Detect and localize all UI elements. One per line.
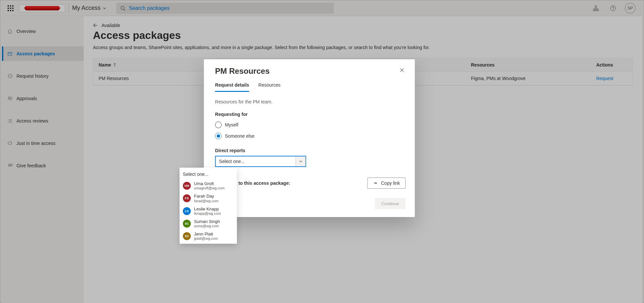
radio-someone-else[interactable]: Someone else <box>215 133 406 139</box>
link-icon <box>373 180 378 186</box>
person-avatar: UM <box>183 182 191 190</box>
dialog-description: Resources for the PM team. <box>215 99 406 104</box>
dialog-title: PM Resources <box>215 67 270 76</box>
radio-unchecked-icon <box>215 122 222 128</box>
dropdown-value: Select one... <box>219 159 245 164</box>
copy-link-label: Copy link <box>381 180 400 186</box>
tab-resources[interactable]: Resources <box>258 82 280 92</box>
person-avatar: E3 <box>183 232 191 240</box>
dropdown-option-placeholder[interactable]: Select one... <box>180 169 237 179</box>
close-button[interactable] <box>398 67 406 74</box>
requesting-for-label: Requesting for <box>215 112 406 117</box>
radio-label: Someone else <box>225 133 255 139</box>
continue-button[interactable]: Continue <box>375 198 405 209</box>
person-email: jplatt@wg.com <box>194 236 218 240</box>
person-email: sums@wg.com <box>194 224 220 228</box>
person-email: farad@wg.com <box>194 199 219 203</box>
person-avatar: SC <box>183 220 191 228</box>
person-avatar: FS <box>183 194 191 202</box>
person-email: umagroft@wg.com <box>194 186 224 190</box>
copy-link-button[interactable]: Copy link <box>367 178 406 189</box>
close-icon <box>400 68 404 72</box>
person-name: Leslie Knapp <box>194 207 221 211</box>
radio-label: Myself <box>225 122 238 127</box>
tab-request-details[interactable]: Request details <box>215 82 249 92</box>
dialog-tabs: Request details Resources <box>215 82 406 92</box>
dropdown-list: Select one... UM Uma Groft umagroft@wg.c… <box>180 168 237 244</box>
dropdown-option-person[interactable]: SC Suman Singh sums@wg.com <box>180 217 237 230</box>
person-avatar: LN <box>183 207 191 215</box>
person-name: Uma Groft <box>194 181 224 186</box>
chevron-down-icon <box>299 159 303 163</box>
person-name: Jenn Platt <box>194 232 218 236</box>
direct-reports-label: Direct reports <box>215 148 406 153</box>
request-dialog: PM Resources Request details Resources R… <box>204 59 415 217</box>
dropdown-option-person[interactable]: UM Uma Groft umagroft@wg.com <box>180 179 237 192</box>
radio-checked-icon <box>215 133 222 139</box>
dropdown-option-person[interactable]: E3 Jenn Platt jplatt@wg.com <box>180 230 237 242</box>
person-name: Suman Singh <box>194 219 220 224</box>
dropdown-toggle[interactable] <box>296 156 306 166</box>
radio-myself[interactable]: Myself <box>215 122 406 128</box>
person-name: Farah Day <box>194 194 219 199</box>
dropdown-option-person[interactable]: LN Leslie Knapp lknapp@wg.com <box>180 205 237 217</box>
direct-reports-dropdown[interactable]: Select one... Select one... UM Uma Groft… <box>215 156 306 167</box>
person-email: lknapp@wg.com <box>194 211 221 215</box>
dropdown-option-person[interactable]: FS Farah Day farad@wg.com <box>180 192 237 205</box>
